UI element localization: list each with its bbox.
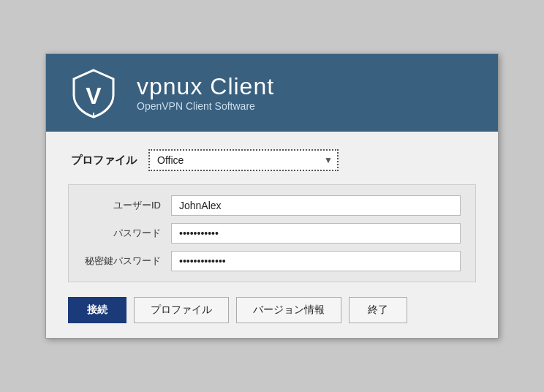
buttons-row: 接続 プロファイル バージョン情報 終了 bbox=[68, 297, 476, 323]
userid-row: ユーザーID bbox=[83, 195, 461, 216]
secret-row: 秘密鍵パスワード bbox=[83, 251, 461, 271]
app-subtitle: OpenVPN Client Software bbox=[137, 100, 274, 112]
credentials-box: ユーザーID パスワード 秘密鍵パスワード bbox=[68, 184, 476, 282]
userid-label: ユーザーID bbox=[83, 199, 171, 212]
profile-select-wrapper: Office Home Work ▼ bbox=[148, 149, 339, 171]
app-logo: V bbox=[68, 67, 119, 118]
password-input[interactable] bbox=[171, 223, 461, 244]
profile-select[interactable]: Office Home Work bbox=[148, 149, 339, 171]
userid-input[interactable] bbox=[171, 195, 461, 216]
app-window: V vpnux Client OpenVPN Client Software プ… bbox=[45, 53, 499, 339]
app-header: V vpnux Client OpenVPN Client Software bbox=[46, 54, 498, 132]
profile-label: プロファイル bbox=[68, 154, 148, 167]
password-row: パスワード bbox=[83, 223, 461, 244]
secret-label: 秘密鍵パスワード bbox=[83, 255, 171, 268]
profile-button[interactable]: プロファイル bbox=[134, 297, 229, 323]
svg-text:V: V bbox=[86, 83, 102, 109]
app-title: vpnux Client bbox=[137, 74, 274, 99]
password-label: パスワード bbox=[83, 227, 171, 240]
connect-button[interactable]: 接続 bbox=[68, 297, 126, 323]
profile-row: プロファイル Office Home Work ▼ bbox=[68, 149, 476, 171]
content-area: プロファイル Office Home Work ▼ ユーザーID パスワード bbox=[46, 132, 498, 338]
version-button[interactable]: バージョン情報 bbox=[236, 297, 341, 323]
exit-button[interactable]: 終了 bbox=[349, 297, 407, 323]
secret-input[interactable] bbox=[171, 251, 461, 271]
header-text: vpnux Client OpenVPN Client Software bbox=[137, 74, 274, 111]
